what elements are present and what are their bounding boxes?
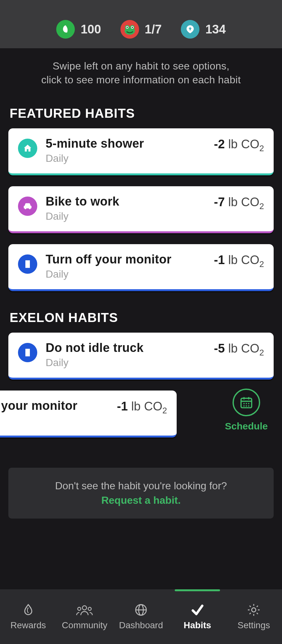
top-stat-bar: 100 1/7 134: [0, 0, 282, 48]
home-icon: [18, 139, 37, 158]
habit-title: Bike to work: [46, 195, 206, 208]
habit-impact-value: -5: [214, 342, 225, 355]
habit-impact-value: -7: [214, 195, 225, 209]
travel-badge-icon: [181, 20, 199, 39]
globe-icon: [134, 603, 148, 617]
nav-community[interactable]: Community: [57, 589, 113, 644]
habit-title: urn off your monitor: [0, 399, 109, 413]
habit-impact: -1 lb CO2: [214, 253, 264, 269]
svg-point-9: [78, 607, 81, 611]
habit-impact-value: -2: [214, 137, 225, 151]
calendar-icon: [233, 389, 260, 416]
request-habit-box[interactable]: Don't see the habit you're looking for? …: [8, 468, 274, 519]
habit-frequency: Daily: [46, 152, 206, 164]
schedule-action[interactable]: Schedule: [219, 389, 274, 432]
habit-impact: -2 lb CO2: [214, 137, 264, 153]
frog-badge-icon: [120, 20, 139, 39]
stat-points-value: 100: [81, 23, 101, 36]
schedule-label: Schedule: [225, 421, 268, 432]
building-icon: [18, 343, 37, 362]
habit-impact-value: -1: [117, 400, 128, 413]
habit-frequency: ly: [0, 415, 109, 427]
svg-point-13: [252, 608, 256, 612]
bottom-nav: Rewards Community Dashboard Habits Setti…: [0, 589, 282, 644]
building-icon: [18, 254, 37, 274]
nav-settings[interactable]: Settings: [225, 589, 282, 644]
hint-text: Swipe left on any habit to see options, …: [8, 59, 274, 97]
hint-line-1: Swipe left on any habit to see options,: [18, 59, 264, 73]
habit-frequency: Daily: [46, 210, 206, 222]
habit-title: Turn off your monitor: [46, 253, 206, 266]
svg-point-5: [127, 27, 128, 28]
nav-label: Settings: [238, 620, 270, 630]
swiped-habit-row: urn off your monitor ly -1 lb CO2 Schedu…: [8, 391, 274, 445]
svg-point-8: [83, 606, 87, 610]
people-icon: [76, 603, 93, 617]
hint-line-2: click to see more information on each ha…: [18, 73, 264, 87]
leaf-drop-icon: [21, 603, 35, 617]
nav-habits[interactable]: Habits: [169, 589, 226, 644]
car-icon: [18, 197, 37, 216]
habit-title: 5-minute shower: [46, 137, 206, 151]
habit-impact: -5 lb CO2: [214, 342, 264, 358]
stat-coins-value: 134: [205, 23, 225, 36]
nav-rewards[interactable]: Rewards: [0, 589, 57, 644]
habit-impact: -7 lb CO2: [214, 195, 264, 211]
nav-dashboard[interactable]: Dashboard: [113, 589, 169, 644]
main-content: Swipe left on any habit to see options, …: [0, 48, 282, 519]
nav-label: Rewards: [11, 620, 46, 630]
stat-streak-value: 1/7: [145, 23, 162, 36]
leaf-badge-icon: [56, 20, 75, 39]
habit-impact: -1 lb CO2: [117, 400, 167, 416]
request-prompt: Don't see the habit you're looking for?: [15, 480, 267, 492]
svg-point-6: [132, 27, 133, 28]
habit-frequency: Daily: [46, 357, 206, 369]
habit-impact-value: -1: [214, 253, 225, 267]
stat-points[interactable]: 100: [56, 20, 101, 39]
habit-frequency: Daily: [46, 268, 206, 280]
habit-card[interactable]: 5-minute shower Daily -2 lb CO2: [8, 128, 274, 175]
check-icon: [190, 603, 205, 617]
exelon-section-title: EXELON HABITS: [10, 310, 274, 325]
habit-card[interactable]: Do not idle truck Daily -5 lb CO2: [8, 333, 274, 380]
habit-card[interactable]: Turn off your monitor Daily -1 lb CO2: [8, 244, 274, 291]
habit-title: Do not idle truck: [46, 341, 206, 355]
svg-point-10: [88, 607, 92, 611]
habit-card[interactable]: Bike to work Daily -7 lb CO2: [8, 186, 274, 233]
request-link[interactable]: Request a habit.: [15, 494, 267, 506]
stat-coins[interactable]: 134: [181, 20, 225, 39]
featured-section-title: FEATURED HABITS: [10, 106, 274, 121]
nav-label: Community: [62, 620, 108, 630]
nav-label: Dashboard: [119, 620, 163, 630]
habit-card-swiped[interactable]: urn off your monitor ly -1 lb CO2: [0, 391, 177, 437]
stat-streak[interactable]: 1/7: [120, 20, 162, 39]
gear-icon: [247, 603, 261, 617]
nav-label: Habits: [184, 620, 211, 630]
